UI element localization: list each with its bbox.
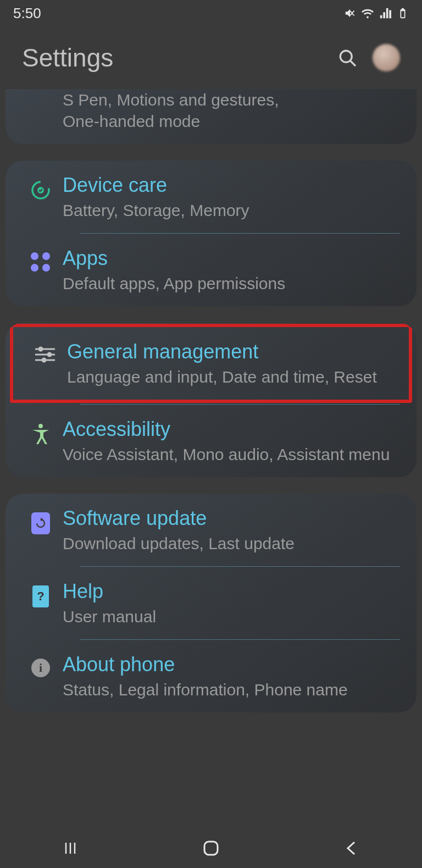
recents-button[interactable] <box>59 837 81 859</box>
status-icons <box>344 7 409 19</box>
status-time: 5:50 <box>13 5 41 22</box>
svg-point-10 <box>38 424 43 428</box>
item-title: General management <box>67 339 392 364</box>
settings-item-device-care[interactable]: Device care Battery, Storage, Memory <box>5 161 417 233</box>
svg-point-5 <box>39 347 42 351</box>
settings-list: S Pen, Motions and gestures, One-handed … <box>0 89 422 712</box>
settings-item-about-phone[interactable]: i About phone Status, Legal information,… <box>5 640 417 712</box>
svg-point-0 <box>340 51 352 62</box>
mute-icon <box>344 7 356 19</box>
item-title: Apps <box>63 246 400 270</box>
accessibility-icon <box>31 423 50 445</box>
search-icon[interactable] <box>337 48 357 68</box>
item-sub: Battery, Storage, Memory <box>63 200 400 221</box>
signal-icon <box>379 7 391 19</box>
settings-item-help[interactable]: ? Help User manual <box>5 567 417 639</box>
item-sub: Language and input, Date and time, Reset <box>67 366 392 388</box>
svg-line-1 <box>351 61 356 66</box>
item-title: Accessibility <box>63 417 400 441</box>
wifi-icon <box>362 7 374 19</box>
info-icon: i <box>31 659 50 677</box>
item-sub: Status, Legal information, Phone name <box>63 679 400 700</box>
battery-icon <box>397 7 409 19</box>
settings-group-0: Device care Battery, Storage, Memory App… <box>5 161 417 306</box>
settings-group-partial: S Pen, Motions and gestures, One-handed … <box>5 89 417 144</box>
page-title: Settings <box>22 43 113 73</box>
item-sub: Download updates, Last update <box>63 533 400 554</box>
settings-item-accessibility[interactable]: Accessibility Voice Assistant, Mono audi… <box>5 405 417 477</box>
navigation-bar <box>0 828 422 868</box>
settings-item-advanced-features[interactable]: S Pen, Motions and gestures, One-handed … <box>5 89 417 144</box>
profile-avatar[interactable] <box>373 44 400 71</box>
status-bar: 5:50 <box>0 0 422 26</box>
sliders-icon <box>34 346 56 363</box>
device-care-icon <box>30 179 52 201</box>
svg-rect-14 <box>204 842 218 855</box>
header: Settings <box>0 26 422 89</box>
software-update-icon <box>31 512 50 534</box>
item-sub-partial-2: One-handed mode <box>63 110 400 132</box>
highlight-box: General management Language and input, D… <box>10 324 412 403</box>
item-title: Software update <box>63 506 400 530</box>
settings-item-general-management[interactable]: General management Language and input, D… <box>13 327 409 400</box>
item-title: About phone <box>63 652 400 677</box>
settings-item-apps[interactable]: Apps Default apps, App permissions <box>5 234 417 306</box>
home-button[interactable] <box>200 837 222 859</box>
item-sub-partial-1: S Pen, Motions and gestures, <box>63 89 400 110</box>
item-sub: Default apps, App permissions <box>63 273 400 294</box>
settings-group-2: Software update Download updates, Last u… <box>5 494 417 712</box>
item-sub: User manual <box>63 606 400 627</box>
svg-point-7 <box>48 353 51 356</box>
settings-group-1: General management Language and input, D… <box>5 323 417 477</box>
svg-point-9 <box>42 358 46 362</box>
item-title: Device care <box>63 173 400 197</box>
back-button[interactable] <box>341 837 363 859</box>
item-title: Help <box>63 579 400 604</box>
help-icon: ? <box>32 585 49 607</box>
apps-icon <box>31 252 51 272</box>
item-sub: Voice Assistant, Mono audio, Assistant m… <box>63 444 400 465</box>
settings-item-software-update[interactable]: Software update Download updates, Last u… <box>5 494 417 566</box>
